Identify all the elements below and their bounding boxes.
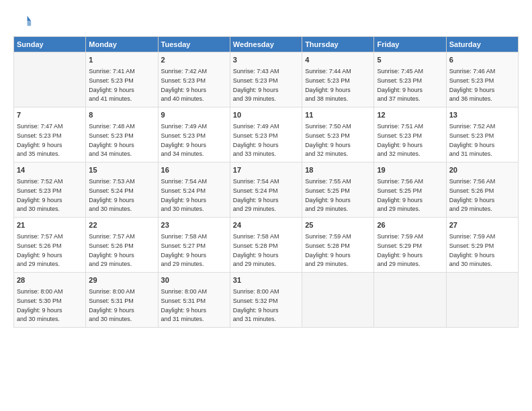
calendar-week: 7Sunrise: 7:47 AM Sunset: 5:23 PM Daylig… — [14, 107, 519, 163]
day-number: 3 — [233, 55, 299, 65]
day-number: 14 — [17, 165, 83, 175]
calendar-cell — [446, 273, 518, 328]
header-day: Saturday — [446, 37, 518, 52]
day-number: 8 — [89, 110, 154, 120]
header-day: Wednesday — [230, 37, 302, 52]
calendar-table: SundayMondayTuesdayWednesdayThursdayFrid… — [13, 36, 519, 328]
calendar-cell: 1Sunrise: 7:41 AM Sunset: 5:23 PM Daylig… — [86, 52, 158, 107]
header — [13, 12, 519, 31]
calendar-cell — [374, 273, 446, 328]
header-day: Sunday — [14, 37, 86, 52]
header-day: Thursday — [302, 37, 374, 52]
calendar-cell — [302, 273, 374, 328]
day-info: Sunrise: 7:42 AM Sunset: 5:23 PM Dayligh… — [161, 68, 208, 102]
day-number: 24 — [233, 220, 299, 230]
header-row: SundayMondayTuesdayWednesdayThursdayFrid… — [14, 37, 519, 52]
day-number: 2 — [161, 55, 227, 65]
calendar-cell: 15Sunrise: 7:53 AM Sunset: 5:24 PM Dayli… — [86, 163, 158, 218]
calendar-cell: 10Sunrise: 7:49 AM Sunset: 5:23 PM Dayli… — [230, 107, 302, 163]
calendar-cell: 20Sunrise: 7:56 AM Sunset: 5:26 PM Dayli… — [446, 163, 518, 218]
calendar-cell: 28Sunrise: 8:00 AM Sunset: 5:30 PM Dayli… — [14, 273, 86, 328]
day-info: Sunrise: 7:56 AM Sunset: 5:25 PM Dayligh… — [377, 178, 423, 212]
day-info: Sunrise: 7:54 AM Sunset: 5:24 PM Dayligh… — [161, 178, 208, 212]
day-info: Sunrise: 7:49 AM Sunset: 5:23 PM Dayligh… — [233, 123, 279, 157]
calendar-cell: 3Sunrise: 7:43 AM Sunset: 5:23 PM Daylig… — [230, 52, 302, 107]
day-number: 13 — [449, 110, 515, 120]
day-info: Sunrise: 7:55 AM Sunset: 5:25 PM Dayligh… — [305, 178, 351, 212]
calendar-cell: 29Sunrise: 8:00 AM Sunset: 5:31 PM Dayli… — [86, 273, 158, 328]
day-number: 17 — [233, 165, 299, 175]
day-info: Sunrise: 7:54 AM Sunset: 5:24 PM Dayligh… — [233, 178, 279, 212]
day-number: 4 — [305, 55, 371, 65]
calendar-cell: 7Sunrise: 7:47 AM Sunset: 5:23 PM Daylig… — [14, 107, 86, 163]
page: SundayMondayTuesdayWednesdayThursdayFrid… — [0, 0, 532, 411]
day-number: 12 — [377, 110, 443, 120]
calendar-cell: 27Sunrise: 7:59 AM Sunset: 5:29 PM Dayli… — [446, 218, 518, 273]
calendar-cell: 13Sunrise: 7:52 AM Sunset: 5:23 PM Dayli… — [446, 107, 518, 163]
day-number: 25 — [305, 220, 371, 230]
calendar-week: 28Sunrise: 8:00 AM Sunset: 5:30 PM Dayli… — [14, 273, 519, 328]
day-info: Sunrise: 7:49 AM Sunset: 5:23 PM Dayligh… — [161, 123, 208, 157]
day-number: 31 — [233, 275, 299, 285]
calendar-cell — [14, 52, 86, 107]
calendar-cell: 30Sunrise: 8:00 AM Sunset: 5:31 PM Dayli… — [158, 273, 230, 328]
day-info: Sunrise: 7:51 AM Sunset: 5:23 PM Dayligh… — [377, 123, 423, 157]
day-number: 1 — [89, 55, 154, 65]
calendar-cell: 14Sunrise: 7:52 AM Sunset: 5:23 PM Dayli… — [14, 163, 86, 218]
day-info: Sunrise: 8:00 AM Sunset: 5:30 PM Dayligh… — [17, 288, 63, 322]
calendar-cell: 21Sunrise: 7:57 AM Sunset: 5:26 PM Dayli… — [14, 218, 86, 273]
calendar-cell: 24Sunrise: 7:58 AM Sunset: 5:28 PM Dayli… — [230, 218, 302, 273]
calendar-cell: 19Sunrise: 7:56 AM Sunset: 5:25 PM Dayli… — [374, 163, 446, 218]
header-day: Monday — [86, 37, 158, 52]
day-number: 16 — [161, 165, 227, 175]
calendar-cell: 5Sunrise: 7:45 AM Sunset: 5:23 PM Daylig… — [374, 52, 446, 107]
calendar-header: SundayMondayTuesdayWednesdayThursdayFrid… — [14, 37, 519, 52]
day-number: 18 — [305, 165, 371, 175]
calendar-body: 1Sunrise: 7:41 AM Sunset: 5:23 PM Daylig… — [14, 52, 519, 328]
day-info: Sunrise: 7:53 AM Sunset: 5:24 PM Dayligh… — [89, 178, 135, 212]
day-info: Sunrise: 7:52 AM Sunset: 5:23 PM Dayligh… — [17, 178, 63, 212]
day-info: Sunrise: 7:58 AM Sunset: 5:28 PM Dayligh… — [233, 233, 279, 267]
day-info: Sunrise: 7:43 AM Sunset: 5:23 PM Dayligh… — [233, 68, 279, 102]
day-number: 7 — [17, 110, 83, 120]
calendar-cell: 18Sunrise: 7:55 AM Sunset: 5:25 PM Dayli… — [302, 163, 374, 218]
day-info: Sunrise: 7:59 AM Sunset: 5:29 PM Dayligh… — [449, 233, 496, 267]
day-number: 11 — [305, 110, 371, 120]
header-day: Tuesday — [158, 37, 230, 52]
day-number: 23 — [161, 220, 227, 230]
day-info: Sunrise: 7:56 AM Sunset: 5:26 PM Dayligh… — [449, 178, 496, 212]
calendar-cell: 26Sunrise: 7:59 AM Sunset: 5:29 PM Dayli… — [374, 218, 446, 273]
header-day: Friday — [374, 37, 446, 52]
day-info: Sunrise: 7:57 AM Sunset: 5:26 PM Dayligh… — [89, 233, 135, 267]
day-number: 27 — [449, 220, 515, 230]
day-number: 20 — [449, 165, 515, 175]
day-number: 30 — [161, 275, 227, 285]
day-number: 21 — [17, 220, 83, 230]
calendar-cell: 25Sunrise: 7:59 AM Sunset: 5:28 PM Dayli… — [302, 218, 374, 273]
day-info: Sunrise: 7:57 AM Sunset: 5:26 PM Dayligh… — [17, 233, 63, 267]
day-info: Sunrise: 7:45 AM Sunset: 5:23 PM Dayligh… — [377, 68, 423, 102]
svg-marker-1 — [28, 21, 32, 26]
calendar-week: 21Sunrise: 7:57 AM Sunset: 5:26 PM Dayli… — [14, 218, 519, 273]
day-info: Sunrise: 7:44 AM Sunset: 5:23 PM Dayligh… — [305, 68, 351, 102]
day-number: 29 — [89, 275, 154, 285]
calendar-cell: 17Sunrise: 7:54 AM Sunset: 5:24 PM Dayli… — [230, 163, 302, 218]
day-info: Sunrise: 7:52 AM Sunset: 5:23 PM Dayligh… — [449, 123, 496, 157]
day-number: 10 — [233, 110, 299, 120]
day-number: 9 — [161, 110, 227, 120]
day-info: Sunrise: 7:58 AM Sunset: 5:27 PM Dayligh… — [161, 233, 208, 267]
calendar-cell: 23Sunrise: 7:58 AM Sunset: 5:27 PM Dayli… — [158, 218, 230, 273]
day-number: 28 — [17, 275, 83, 285]
calendar-cell: 12Sunrise: 7:51 AM Sunset: 5:23 PM Dayli… — [374, 107, 446, 163]
day-info: Sunrise: 7:59 AM Sunset: 5:28 PM Dayligh… — [305, 233, 351, 267]
calendar-cell: 22Sunrise: 7:57 AM Sunset: 5:26 PM Dayli… — [86, 218, 158, 273]
calendar-cell: 16Sunrise: 7:54 AM Sunset: 5:24 PM Dayli… — [158, 163, 230, 218]
logo-icon — [13, 12, 32, 31]
day-info: Sunrise: 7:41 AM Sunset: 5:23 PM Dayligh… — [89, 68, 135, 102]
day-info: Sunrise: 7:47 AM Sunset: 5:23 PM Dayligh… — [17, 123, 63, 157]
calendar-cell: 11Sunrise: 7:50 AM Sunset: 5:23 PM Dayli… — [302, 107, 374, 163]
day-info: Sunrise: 7:48 AM Sunset: 5:23 PM Dayligh… — [89, 123, 135, 157]
day-info: Sunrise: 8:00 AM Sunset: 5:31 PM Dayligh… — [161, 288, 208, 322]
day-info: Sunrise: 7:59 AM Sunset: 5:29 PM Dayligh… — [377, 233, 423, 267]
svg-marker-0 — [28, 16, 32, 21]
